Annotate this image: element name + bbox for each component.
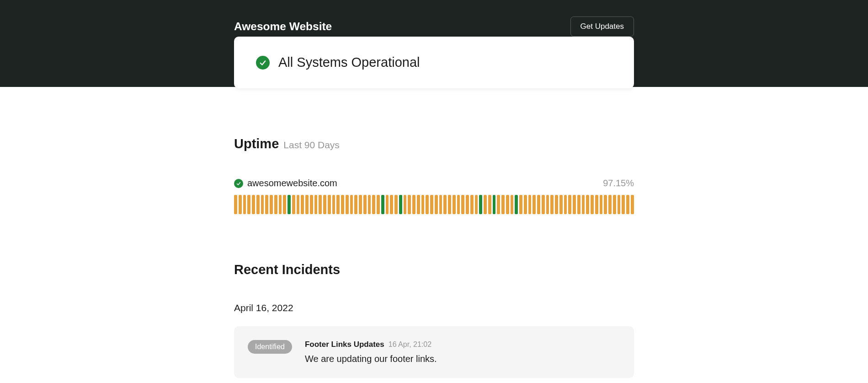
uptime-day-tick[interactable] [488,195,491,214]
uptime-day-tick[interactable] [457,195,460,214]
uptime-day-tick[interactable] [542,195,545,214]
uptime-day-tick[interactable] [239,195,242,214]
uptime-day-tick[interactable] [559,195,563,214]
uptime-day-tick[interactable] [292,195,295,214]
uptime-day-tick[interactable] [234,195,237,214]
uptime-day-tick[interactable] [564,195,567,214]
uptime-day-tick[interactable] [461,195,464,214]
uptime-day-tick[interactable] [354,195,357,214]
uptime-day-tick[interactable] [439,195,442,214]
uptime-day-tick[interactable] [252,195,255,214]
uptime-day-tick[interactable] [453,195,456,214]
uptime-day-tick[interactable] [346,195,349,214]
uptime-day-tick[interactable] [363,195,367,214]
uptime-day-tick[interactable] [314,195,318,214]
uptime-day-tick[interactable] [470,195,474,214]
uptime-day-tick[interactable] [550,195,554,214]
uptime-day-tick[interactable] [336,195,340,214]
uptime-day-tick[interactable] [595,195,598,214]
uptime-day-tick[interactable] [341,195,344,214]
uptime-day-tick[interactable] [506,195,509,214]
uptime-day-tick[interactable] [466,195,469,214]
incident-status-badge: Identified [248,340,292,354]
uptime-day-tick[interactable] [265,195,268,214]
uptime-day-tick[interactable] [555,195,558,214]
uptime-day-tick[interactable] [515,195,518,214]
uptime-day-tick[interactable] [399,195,402,214]
uptime-day-tick[interactable] [328,195,331,214]
uptime-day-tick[interactable] [323,195,326,214]
uptime-day-tick[interactable] [600,195,603,214]
uptime-day-tick[interactable] [350,195,353,214]
uptime-day-tick[interactable] [618,195,621,214]
incident-title[interactable]: Footer Links Updates [305,340,384,349]
uptime-day-tick[interactable] [381,195,384,214]
uptime-day-tick[interactable] [386,195,389,214]
check-circle-icon [234,179,243,188]
uptime-day-tick[interactable] [368,195,371,214]
uptime-day-tick[interactable] [537,195,540,214]
uptime-day-tick[interactable] [301,195,304,214]
uptime-day-tick[interactable] [404,195,407,214]
uptime-day-tick[interactable] [412,195,415,214]
uptime-day-tick[interactable] [448,195,451,214]
uptime-day-tick[interactable] [372,195,375,214]
uptime-day-tick[interactable] [519,195,522,214]
uptime-day-tick[interactable] [582,195,585,214]
uptime-day-tick[interactable] [573,195,576,214]
uptime-day-tick[interactable] [613,195,616,214]
uptime-day-tick[interactable] [279,195,282,214]
uptime-day-tick[interactable] [274,195,277,214]
uptime-day-tick[interactable] [622,195,625,214]
uptime-day-tick[interactable] [319,195,322,214]
uptime-day-tick[interactable] [586,195,589,214]
uptime-day-tick[interactable] [479,195,482,214]
get-updates-button[interactable]: Get Updates [570,16,634,37]
uptime-day-tick[interactable] [390,195,393,214]
uptime-day-tick[interactable] [310,195,313,214]
uptime-day-tick[interactable] [528,195,532,214]
monitor-name[interactable]: awesomewebsite.com [247,178,337,189]
uptime-day-tick[interactable] [270,195,273,214]
uptime-day-tick[interactable] [631,195,634,214]
uptime-day-tick[interactable] [626,195,629,214]
uptime-day-tick[interactable] [359,195,362,214]
status-card: All Systems Operational [234,37,634,88]
uptime-subtitle: Last 90 Days [283,140,340,151]
uptime-day-tick[interactable] [261,195,264,214]
uptime-day-tick[interactable] [426,195,429,214]
uptime-day-tick[interactable] [394,195,398,214]
uptime-day-tick[interactable] [501,195,505,214]
uptime-day-tick[interactable] [591,195,594,214]
uptime-day-tick[interactable] [533,195,536,214]
uptime-day-tick[interactable] [604,195,607,214]
uptime-day-tick[interactable] [435,195,438,214]
uptime-day-tick[interactable] [247,195,250,214]
uptime-day-tick[interactable] [475,195,478,214]
uptime-day-tick[interactable] [511,195,514,214]
uptime-day-tick[interactable] [430,195,433,214]
uptime-day-tick[interactable] [377,195,380,214]
uptime-day-tick[interactable] [497,195,500,214]
uptime-day-tick[interactable] [243,195,246,214]
uptime-day-tick[interactable] [608,195,612,214]
uptime-day-tick[interactable] [443,195,447,214]
uptime-day-tick[interactable] [417,195,420,214]
uptime-day-tick[interactable] [568,195,571,214]
uptime-day-tick[interactable] [297,195,300,214]
uptime-day-tick[interactable] [577,195,580,214]
uptime-day-tick[interactable] [484,195,487,214]
uptime-day-tick[interactable] [256,195,260,214]
uptime-day-tick[interactable] [283,195,286,214]
uptime-day-tick[interactable] [546,195,549,214]
uptime-day-tick[interactable] [305,195,309,214]
uptime-day-tick[interactable] [421,195,425,214]
uptime-day-tick[interactable] [524,195,527,214]
site-title: Awesome Website [234,20,332,33]
incident-date: April 16, 2022 [234,302,634,313]
uptime-day-tick[interactable] [332,195,335,214]
uptime-day-tick[interactable] [493,195,496,214]
uptime-day-tick[interactable] [288,195,291,214]
check-circle-icon [256,56,270,70]
uptime-day-tick[interactable] [408,195,411,214]
